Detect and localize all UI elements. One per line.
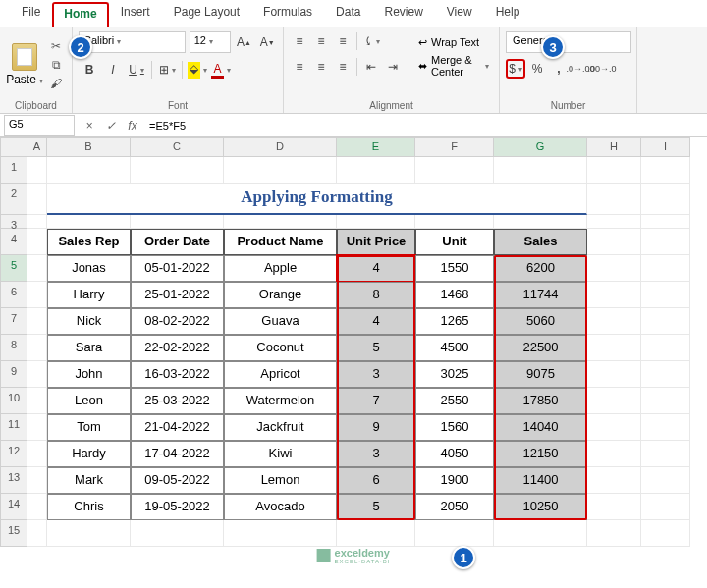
align-left-icon[interactable]: ≡ [290, 57, 309, 77]
paste-button[interactable]: Paste [6, 31, 43, 98]
table-cell[interactable]: 7 [337, 388, 415, 414]
row-header[interactable]: 8 [0, 335, 27, 361]
table-cell[interactable]: 17-04-2022 [131, 441, 224, 467]
formula-input[interactable]: =E5*F5 [143, 118, 707, 134]
table-cell[interactable]: Apricot [224, 361, 337, 388]
cell[interactable] [47, 520, 131, 547]
cell[interactable] [27, 520, 47, 547]
cell[interactable] [131, 157, 224, 184]
select-all-corner[interactable] [0, 137, 27, 157]
row-header[interactable]: 14 [0, 494, 27, 520]
tab-help[interactable]: Help [484, 0, 532, 27]
table-cell[interactable]: Sara [47, 335, 131, 361]
row-header[interactable]: 6 [0, 282, 27, 308]
table-cell[interactable]: 3 [337, 441, 415, 467]
table-cell[interactable]: 6200 [494, 255, 587, 282]
copy-icon[interactable]: ⧉ [47, 57, 65, 73]
table-cell[interactable]: 16-03-2022 [131, 361, 224, 388]
table-cell[interactable]: 12150 [494, 441, 587, 467]
table-cell[interactable]: Jonas [47, 255, 131, 282]
table-cell[interactable]: 5060 [494, 308, 587, 335]
row-header[interactable]: 12 [0, 441, 27, 467]
cancel-icon[interactable]: × [79, 119, 100, 133]
col-header-F[interactable]: F [415, 137, 494, 157]
tab-file[interactable]: File [10, 0, 52, 27]
fill-color-button[interactable]: ⬙ [187, 59, 208, 80]
table-cell[interactable]: 11400 [494, 467, 587, 494]
table-cell[interactable]: 10250 [494, 494, 587, 520]
decrease-font-icon[interactable]: A▼ [257, 32, 277, 52]
tab-pagelayout[interactable]: Page Layout [162, 0, 251, 27]
cell[interactable] [27, 229, 47, 255]
row-header[interactable]: 2 [0, 184, 27, 215]
table-cell[interactable]: 21-04-2022 [131, 414, 224, 441]
sheet-title[interactable]: Applying Formatting [47, 184, 587, 215]
cell[interactable] [587, 255, 641, 282]
table-cell[interactable]: Watermelon [224, 388, 337, 414]
cell[interactable] [641, 388, 690, 414]
row-header[interactable]: 1 [0, 157, 27, 184]
table-header[interactable]: Product Name [224, 229, 337, 255]
cell[interactable] [131, 215, 224, 229]
table-cell[interactable]: 1560 [415, 414, 494, 441]
cell[interactable] [337, 215, 415, 229]
col-header-H[interactable]: H [587, 137, 641, 157]
table-cell[interactable]: 22500 [494, 335, 587, 361]
row-header[interactable]: 11 [0, 414, 27, 441]
decrease-decimal-icon[interactable]: .00→.0 [592, 59, 612, 79]
table-cell[interactable]: Lemon [224, 467, 337, 494]
tab-insert[interactable]: Insert [109, 0, 162, 27]
table-cell[interactable]: 5 [337, 494, 415, 520]
cell[interactable] [337, 520, 415, 547]
table-cell[interactable]: 25-03-2022 [131, 388, 224, 414]
increase-indent-icon[interactable]: ⇥ [383, 57, 403, 77]
wrap-text-button[interactable]: ↩Wrap Text [414, 31, 493, 53]
table-header[interactable]: Order Date [131, 229, 224, 255]
cell[interactable] [587, 308, 641, 335]
cell[interactable] [337, 157, 415, 184]
cell[interactable] [641, 255, 690, 282]
cell[interactable] [641, 520, 690, 547]
cell[interactable] [415, 520, 494, 547]
decrease-indent-icon[interactable]: ⇤ [361, 57, 381, 77]
cell[interactable] [587, 520, 641, 547]
cell[interactable] [27, 441, 47, 467]
table-cell[interactable]: 4 [337, 308, 415, 335]
row-header[interactable]: 3 [0, 215, 27, 229]
table-cell[interactable]: 1468 [415, 282, 494, 308]
cell[interactable] [27, 157, 47, 184]
table-cell[interactable]: Avocado [224, 494, 337, 520]
cell[interactable] [641, 215, 690, 229]
cell[interactable] [27, 335, 47, 361]
table-cell[interactable]: 2050 [415, 494, 494, 520]
align-bottom-icon[interactable]: ≡ [333, 31, 353, 51]
cell[interactable] [587, 441, 641, 467]
table-cell[interactable]: 1550 [415, 255, 494, 282]
cell[interactable] [27, 388, 47, 414]
cell[interactable] [27, 255, 47, 282]
cell[interactable] [47, 215, 131, 229]
row-header[interactable]: 9 [0, 361, 27, 388]
percent-button[interactable]: % [527, 59, 547, 79]
cell[interactable] [494, 157, 587, 184]
table-cell[interactable]: 08-02-2022 [131, 308, 224, 335]
row-header[interactable]: 15 [0, 520, 27, 547]
cell[interactable] [27, 282, 47, 308]
cell[interactable] [47, 157, 131, 184]
orientation-icon[interactable]: ⤹ [361, 31, 381, 51]
cell[interactable] [641, 229, 690, 255]
table-cell[interactable]: Jackfruit [224, 414, 337, 441]
table-cell[interactable]: 25-01-2022 [131, 282, 224, 308]
row-header[interactable]: 5 [0, 255, 27, 282]
table-cell[interactable]: 9075 [494, 361, 587, 388]
table-cell[interactable]: 3025 [415, 361, 494, 388]
table-cell[interactable]: 17850 [494, 388, 587, 414]
tab-data[interactable]: Data [324, 0, 372, 27]
cell[interactable] [415, 215, 494, 229]
increase-font-icon[interactable]: A▲ [235, 32, 254, 52]
cell[interactable] [641, 282, 690, 308]
table-header[interactable]: Unit Price [337, 229, 415, 255]
cell[interactable] [27, 308, 47, 335]
tab-formulas[interactable]: Formulas [251, 0, 324, 27]
table-cell[interactable]: 4500 [415, 335, 494, 361]
